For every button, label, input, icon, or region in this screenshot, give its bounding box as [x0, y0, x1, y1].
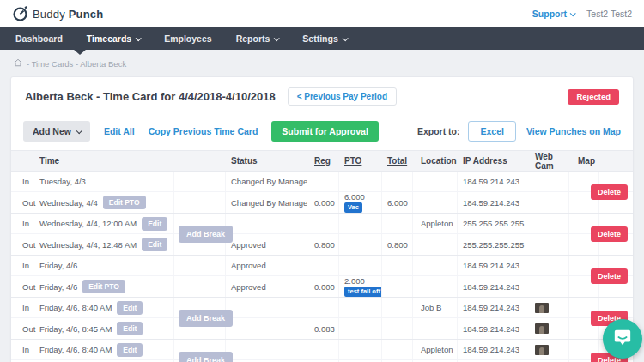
punch-time: Tuesday, 4/3 — [39, 177, 86, 186]
nav-item-employees[interactable]: Employees — [152, 27, 223, 50]
export-excel-button[interactable]: Excel — [468, 121, 515, 142]
edit-pto-button[interactable]: Edit PTO — [82, 280, 125, 293]
nav-item-dashboard[interactable]: Dashboard — [3, 27, 75, 50]
punch-time: Friday, 4/6, 8:40 AM — [39, 303, 112, 312]
location-cell — [413, 234, 458, 255]
location-cell — [413, 276, 458, 297]
edit-button[interactable]: Edit — [142, 217, 167, 231]
webcam-cell — [526, 256, 569, 275]
edit-button[interactable]: Edit — [117, 343, 143, 357]
table-row: Out Friday, 4/6, 8:45 AM Edit 0.083 184.… — [11, 318, 633, 339]
total-hours — [382, 298, 413, 317]
location-cell: Appleton — [413, 340, 458, 359]
delete-button[interactable]: Delete — [591, 184, 628, 200]
edit-button[interactable]: Edit — [117, 301, 143, 315]
punch-time-cell: Friday, 4/6 Edit PTO — [39, 276, 174, 297]
webcam-thumbnail[interactable] — [535, 345, 549, 355]
webcam-thumbnail[interactable] — [535, 303, 549, 313]
edit-all-link[interactable]: Edit All — [104, 126, 135, 136]
nav-item-label: Employees — [164, 33, 211, 44]
pto-type-badge: test fall off — [344, 287, 382, 297]
punch-time: Friday, 4/6 — [39, 261, 77, 270]
status-cell: Approved — [226, 234, 307, 255]
pto-cell: 6.000 Vac — [339, 192, 382, 213]
export-to-label: Export to: — [417, 126, 460, 136]
pto-cell — [339, 214, 382, 233]
chevron-down-icon — [76, 128, 82, 134]
reg-hours — [307, 256, 339, 275]
support-menu[interactable]: Support — [532, 9, 574, 19]
col-header-reg[interactable]: Reg — [307, 156, 339, 166]
col-header-location: Location — [413, 156, 458, 166]
chat-widget-button[interactable] — [603, 319, 642, 359]
webcam-cell — [526, 192, 569, 213]
edit-button[interactable]: Edit — [117, 322, 143, 335]
nav-item-label: Settings — [302, 33, 337, 44]
col-header-total[interactable]: Total — [382, 156, 413, 166]
status-cell — [226, 318, 307, 339]
view-punches-on-map-link[interactable]: View Punches on Map — [526, 126, 621, 136]
status-cell — [226, 214, 307, 233]
breadcrumb: - Time Cards - Alberta Beck — [0, 50, 644, 76]
delete-button[interactable]: Delete — [591, 268, 628, 284]
punch-time-cell: Wednesday, 4/4, 12:48 AM Edit — [39, 234, 174, 255]
user-name[interactable]: Test2 Test2 — [586, 9, 632, 19]
active-tab-notch — [73, 49, 87, 55]
add-break-button[interactable]: Add Break — [179, 226, 233, 243]
delete-button[interactable]: Delete — [591, 226, 628, 242]
total-hours — [382, 276, 413, 297]
pto-type-badge: Vac — [344, 202, 362, 213]
edit-button[interactable]: Edit — [142, 238, 167, 251]
timecard-card: Alberta Beck - Time Card for 4/4/2018-4/… — [10, 76, 634, 362]
add-break-button[interactable]: Add Break — [179, 352, 233, 362]
reg-hours: 0.800 — [307, 234, 339, 255]
card-header: Alberta Beck - Time Card for 4/4/2018-4/… — [11, 77, 633, 116]
toolbar: Add New Edit All Copy Previous Time Card… — [11, 116, 633, 150]
home-icon[interactable] — [14, 58, 22, 69]
reg-hours — [307, 298, 339, 317]
status-cell — [226, 340, 307, 359]
punch-time-cell: Friday, 4/6, 8:40 AM Edit — [39, 298, 174, 317]
nav-item-reports[interactable]: Reports — [224, 27, 291, 50]
ip-address: 184.59.214.243 — [458, 276, 526, 297]
ip-address: 184.59.214.243 — [458, 318, 526, 339]
status-cell — [226, 298, 307, 317]
previous-pay-period-button[interactable]: < Previous Pay Period — [288, 87, 397, 106]
punch-time-cell: Friday, 4/6, 8:40 AM Edit — [39, 340, 174, 359]
chevron-down-icon — [136, 35, 142, 41]
col-header-pto[interactable]: PTO — [339, 156, 382, 166]
submit-for-approval-button[interactable]: Submit for Approval — [271, 121, 379, 142]
nav-item-timecards[interactable]: Timecards — [75, 27, 152, 50]
table-row: In Tuesday, 4/3 Changed By Manager 184.5… — [11, 172, 633, 192]
table-row: In Wednesday, 4/4, 12:00 AM Edit Appleto… — [11, 214, 633, 234]
punch-time: Wednesday, 4/4, 12:48 AM — [39, 240, 137, 250]
nav-item-settings[interactable]: Settings — [290, 27, 358, 50]
reg-hours — [307, 340, 339, 359]
top-header: Buddy Punch Support Test2 Test2 — [0, 0, 644, 27]
pto-cell — [339, 298, 382, 317]
pto-cell — [339, 234, 382, 255]
ip-address: 255.255.255.255 — [458, 234, 526, 255]
webcam-thumbnail[interactable] — [535, 323, 549, 334]
ip-address: 184.59.214.243 — [458, 298, 526, 317]
total-hours: 0.800 — [382, 234, 413, 255]
punch-direction: In — [11, 214, 39, 233]
add-new-button[interactable]: Add New — [23, 121, 90, 142]
chevron-down-icon — [342, 35, 348, 41]
copy-previous-time-card-link[interactable]: Copy Previous Time Card — [149, 126, 258, 136]
add-break-button[interactable]: Add Break — [179, 310, 233, 327]
buddy-punch-logo[interactable]: Buddy Punch — [12, 5, 103, 22]
webcam-cell — [526, 298, 569, 317]
ip-address: 184.59.214.243 — [458, 172, 526, 191]
webcam-cell — [526, 214, 569, 233]
edit-pto-button[interactable]: Edit PTO — [103, 196, 146, 209]
punch-direction: Out — [11, 192, 39, 213]
punch-time: Friday, 4/6 — [39, 282, 77, 292]
page-title: Alberta Beck - Time Card for 4/4/2018-4/… — [25, 90, 276, 103]
punch-time-cell: Wednesday, 4/4, 12:00 AM Edit — [39, 214, 174, 233]
table-row: Out Wednesday, 4/4, 12:48 AM Edit Approv… — [11, 234, 633, 255]
punch-time-cell: Friday, 4/6 — [39, 256, 174, 275]
webcam-cell — [526, 318, 569, 339]
chat-bubble-icon — [613, 328, 632, 350]
punch-time-cell: Friday, 4/6, 8:45 AM Edit — [39, 318, 174, 339]
